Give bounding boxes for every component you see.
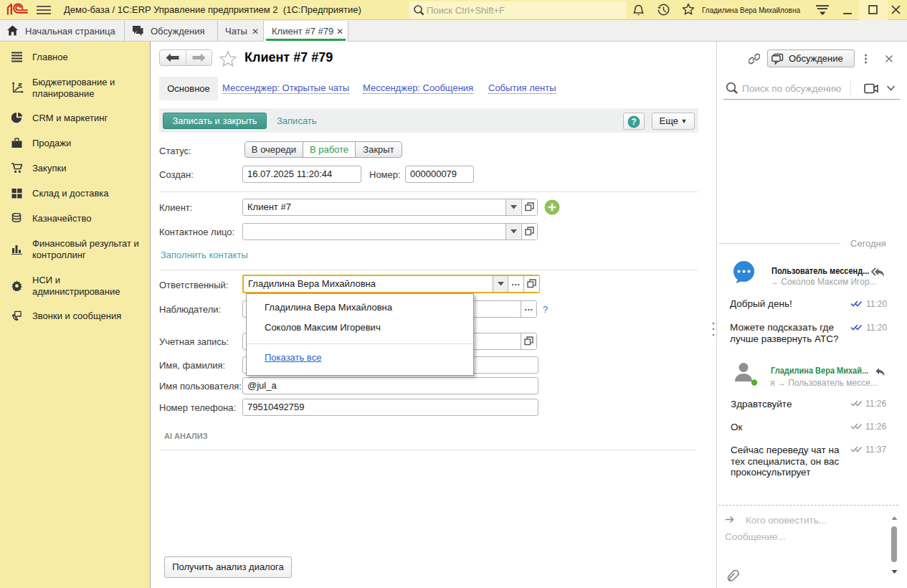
svg-text:?: ? xyxy=(631,117,636,127)
